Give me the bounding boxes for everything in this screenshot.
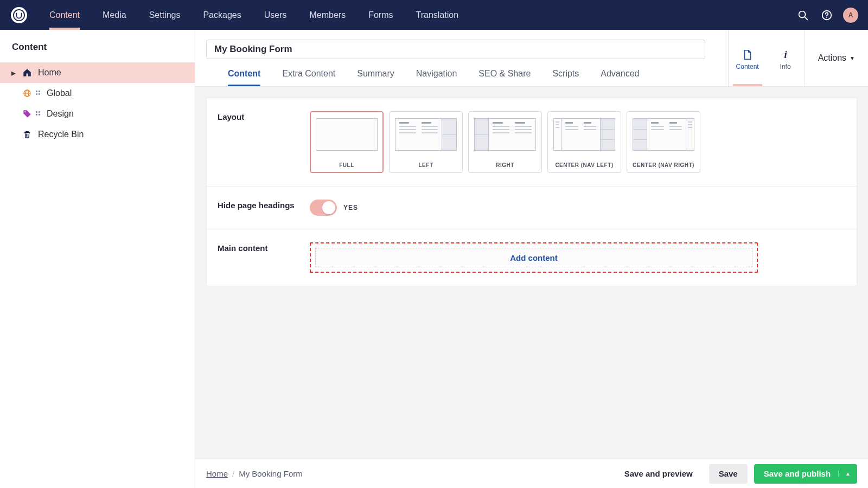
tab-content[interactable]: Content [217,69,271,86]
tree-item-home[interactable]: ▸ Home [0,62,195,83]
add-content-button[interactable]: Add content [315,248,752,267]
nav-media[interactable]: Media [91,0,138,30]
property-label: Hide page headings [218,200,310,216]
caret-down-icon: ▼ [850,55,855,61]
nav-label: Users [264,10,287,20]
tab-seo-share[interactable]: SEO & Share [468,69,541,86]
nav-content[interactable]: Content [38,0,91,30]
content-app-info[interactable]: i Info [767,30,805,86]
toggle-state-label: YES [343,204,358,211]
tree-item-design[interactable]: ▸ Design [0,104,195,124]
home-icon [22,68,33,78]
breadcrumb-separator-icon: / [232,469,234,478]
tab-extra-content[interactable]: Extra Content [271,69,346,86]
layout-options: Full Left [310,111,846,173]
svg-text:i: i [784,49,787,60]
nav-label: Media [103,10,126,20]
tag-icon [22,109,33,119]
caret-up-icon[interactable]: ▲ [838,471,851,477]
layout-option-center-nav-right[interactable]: Center (Nav Right) [627,111,700,173]
svg-point-8 [24,111,25,112]
nav-members[interactable]: Members [298,0,357,30]
layout-preview-icon [310,112,383,157]
tab-label: SEO & Share [478,69,531,78]
content-tabs: Content Extra Content Summary Navigation… [195,59,728,86]
svg-point-4 [826,17,827,18]
editor-main: Content Extra Content Summary Navigation… [195,30,868,488]
tab-label: Summary [357,69,394,78]
tab-label: Content [228,69,260,78]
sidebar-title: Content [0,30,195,62]
layout-option-label: Left [390,157,462,172]
tree-label: Recycle Bin [38,130,84,139]
content-tree: ▸ Home ▸ Global ▸ Design ▸ Recycle Bin [0,62,195,488]
property-main-content: Main content Add content [207,229,857,286]
nav-packages[interactable]: Packages [192,0,252,30]
layout-option-left[interactable]: Left [389,111,463,173]
actions-label: Actions [818,53,846,63]
tab-scripts[interactable]: Scripts [541,69,590,86]
svg-point-1 [799,11,806,17]
tab-label: Advanced [601,69,639,78]
help-icon[interactable] [815,0,839,30]
nav-forms[interactable]: Forms [357,0,404,30]
layout-option-label: Center (Nav Left) [548,157,621,172]
layout-option-center-nav-left[interactable]: Center (Nav Left) [547,111,621,173]
layout-preview-icon [627,112,700,157]
save-button[interactable]: Save [709,464,748,484]
layout-preview-icon [390,112,462,157]
app-logo[interactable] [0,7,38,23]
node-name-input[interactable] [206,40,705,59]
nav-label: Forms [368,10,393,20]
nav-users[interactable]: Users [253,0,298,30]
nav-label: Members [309,10,346,20]
nav-label: Packages [203,10,241,20]
search-icon[interactable] [791,0,815,30]
svg-point-0 [14,9,24,20]
top-nav: Content Media Settings Packages Users Me… [0,0,868,30]
layout-option-label: Full [310,157,383,172]
nav-label: Settings [149,10,181,20]
nav-label: Content [49,10,80,20]
layout-preview-icon [548,112,621,157]
caret-right-icon[interactable]: ▸ [11,68,16,78]
layout-option-label: Center (Nav Right) [627,157,700,172]
tab-label: Navigation [416,69,457,78]
layout-option-label: Right [469,157,541,172]
property-hide-page-headings: Hide page headings YES [207,187,857,229]
hide-headings-toggle[interactable] [310,200,337,216]
top-nav-sections: Content Media Settings Packages Users Me… [38,0,470,30]
breadcrumb-link-home[interactable]: Home [206,469,228,478]
document-icon [742,49,754,61]
actions-dropdown-button[interactable]: Actions ▼ [805,30,868,86]
tree-item-recycle-bin[interactable]: ▸ Recycle Bin [0,124,195,145]
tab-summary[interactable]: Summary [346,69,405,86]
tree-item-global[interactable]: ▸ Global [0,83,195,104]
svg-line-2 [805,17,808,20]
properties-panel: Layout Full [206,98,857,286]
property-label: Main content [218,242,310,273]
layout-option-right[interactable]: Right [468,111,542,173]
content-app-label: Content [736,63,759,70]
nav-label: Translation [416,10,459,20]
save-and-publish-button[interactable]: Save and publish ▲ [754,464,857,484]
tab-navigation[interactable]: Navigation [405,69,468,86]
tab-advanced[interactable]: Advanced [590,69,650,86]
content-app-label: Info [780,63,791,70]
editor-header: Content Extra Content Summary Navigation… [195,30,868,87]
avatar[interactable]: A [843,8,858,23]
handle-dots-icon [36,91,41,96]
save-and-preview-button[interactable]: Save and preview [615,464,703,484]
nav-settings[interactable]: Settings [138,0,192,30]
tree-label: Design [47,109,74,119]
nav-translation[interactable]: Translation [405,0,470,30]
tab-label: Extra Content [282,69,335,78]
breadcrumb: Home / My Booking Form [206,469,303,478]
layout-option-full[interactable]: Full [310,111,384,173]
button-label: Save and preview [624,469,693,478]
button-label: Save and publish [764,469,831,478]
property-layout: Layout Full [207,98,857,187]
editor-footer: Home / My Booking Form Save and preview … [195,459,868,488]
content-app-content[interactable]: Content [729,30,767,86]
globe-icon [22,88,33,98]
